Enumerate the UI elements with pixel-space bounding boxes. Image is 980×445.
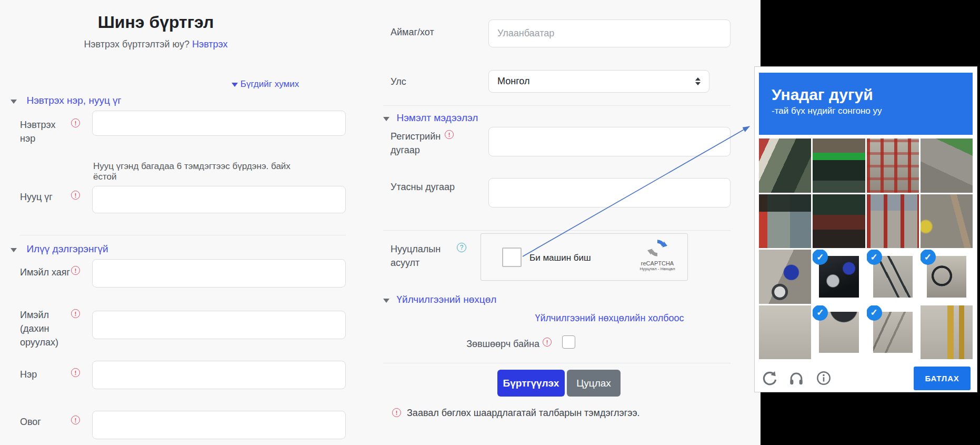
- recaptcha-logo-icon: [647, 238, 667, 258]
- chevron-down-icon: [232, 83, 238, 87]
- tile-check-icon: [867, 250, 882, 265]
- required-icon: [71, 191, 80, 200]
- tile-check-icon: [867, 305, 882, 321]
- lastname-input[interactable]: [92, 411, 346, 439]
- challenge-tile-pavement-poles[interactable]: [921, 305, 973, 360]
- challenge-tile-wall-roof[interactable]: [921, 139, 973, 193]
- city-label: Аймаг/хот: [391, 25, 448, 39]
- section-additional[interactable]: Нэмэлт мэдээлэл: [383, 112, 478, 124]
- collapse-all[interactable]: Бүгдийг хумих: [232, 79, 346, 90]
- challenge-tile-pavement-shadow[interactable]: [867, 305, 919, 360]
- divider: [383, 363, 731, 363]
- required-icon: [71, 416, 80, 424]
- divider: [20, 235, 346, 235]
- username-input[interactable]: [92, 111, 346, 136]
- divider: [383, 230, 731, 231]
- regnum-label: Регистрийн дугаар: [391, 130, 443, 157]
- agree-label: Зөвшөөрч байна: [463, 337, 539, 351]
- chevron-down-icon: [383, 299, 389, 303]
- challenge-title: Унадаг дугуй: [772, 86, 973, 103]
- challenge-tile-shop-sign[interactable]: [813, 139, 865, 193]
- cancel-button[interactable]: Цуцлах: [567, 370, 621, 397]
- password-label: Нууц үг: [20, 190, 71, 204]
- email-input[interactable]: [92, 259, 346, 288]
- login-question: Нэвтрэх бүртгэлтэй юу? Нэвтрэх: [0, 39, 312, 50]
- country-select-value: Монгол: [497, 76, 529, 87]
- firstname-input[interactable]: [92, 361, 346, 389]
- challenge-tile-tricycle-front[interactable]: [759, 194, 811, 249]
- challenge-header: Унадаг дугуй -тай бүх нүдийг сонгоно уу: [759, 73, 973, 135]
- challenge-tile-bicycle-wheel[interactable]: [921, 250, 973, 304]
- password-hint: Нууц үгэнд багадаа 6 тэмдэгтээс бүрдэнэ.…: [93, 161, 314, 182]
- login-question-text: Нэвтрэх бүртгэлтэй юу?: [84, 39, 189, 50]
- challenge-tile-tricycle-canopy[interactable]: [813, 194, 865, 249]
- challenge-subtitle: -тай бүх нүдийг сонгоно уу: [772, 106, 973, 116]
- section-terms-title: Үйлчилгээний нөхцөл: [396, 294, 496, 305]
- required-note: Заавал бөглөх шаардлагатай талбарын тэмд…: [407, 408, 640, 419]
- phone-input[interactable]: [488, 178, 731, 207]
- required-icon: [445, 130, 454, 139]
- challenge-tile-shopfront-awning[interactable]: [759, 139, 811, 193]
- privacy-label: Нууцлалын асуулт: [391, 242, 449, 270]
- firstname-label: Нэр: [20, 368, 71, 381]
- info-icon[interactable]: [816, 370, 832, 386]
- challenge-tile-pavement[interactable]: [759, 305, 811, 360]
- recaptcha-terms[interactable]: Нууцлал - Нөхцөл: [635, 266, 680, 271]
- challenge-tile-red-fence[interactable]: [867, 139, 919, 193]
- username-label: Нэвтрэх нэр: [20, 118, 71, 145]
- country-label: Улс: [391, 75, 448, 88]
- section-credentials-title: Нэвтрэх нэр, нууц үг: [26, 95, 121, 106]
- divider: [383, 105, 731, 106]
- section-terms[interactable]: Үйлчилгээний нөхцөл: [383, 294, 496, 305]
- email-label: Имэйл хаяг: [20, 265, 71, 279]
- challenge-toolbar: БАТЛАХ: [759, 365, 973, 391]
- login-link[interactable]: Нэвтрэх: [192, 39, 228, 50]
- chevron-down-icon: [11, 248, 17, 252]
- city-input[interactable]: [488, 19, 731, 47]
- password-input[interactable]: [92, 186, 346, 213]
- country-select[interactable]: Монгол: [488, 70, 709, 93]
- email-repeat-input[interactable]: [92, 311, 346, 339]
- section-more[interactable]: Илүү дэлгэрэнгүй: [11, 243, 108, 255]
- collapse-all-label[interactable]: Бүгдийг хумих: [241, 79, 299, 89]
- challenge-grid: [759, 139, 973, 359]
- page-title: Шинэ бүртгэл: [0, 13, 312, 32]
- recaptcha-checkbox-label: Би машин биш: [529, 253, 591, 263]
- challenge-tile-bicycle-frame[interactable]: [867, 250, 919, 304]
- phone-label: Утасны дугаар: [391, 180, 459, 194]
- section-additional-title: Нэмэлт мэдээлэл: [396, 112, 478, 123]
- required-icon: [543, 338, 552, 347]
- recaptcha-brand: reCAPTCHA Нууцлал - Нөхцөл: [635, 238, 680, 271]
- tile-check-icon: [921, 250, 936, 265]
- email-repeat-label: Имэйл (дахин оруулах): [20, 308, 72, 349]
- reload-icon[interactable]: [761, 370, 777, 386]
- agree-checkbox[interactable]: [562, 335, 575, 349]
- required-icon: [71, 309, 80, 318]
- audio-challenge-icon[interactable]: [788, 370, 804, 386]
- tile-check-icon: [813, 305, 828, 321]
- recaptcha-challenge: Унадаг дугуй -тай бүх нүдийг сонгоно уу …: [754, 66, 977, 392]
- verify-button[interactable]: БАТЛАХ: [914, 367, 971, 390]
- section-more-title: Илүү дэлгэрэнгүй: [26, 243, 108, 254]
- lastname-label: Овог: [20, 415, 71, 429]
- challenge-tile-motorbike-engine[interactable]: [813, 250, 865, 304]
- challenge-tile-red-railing[interactable]: [867, 194, 919, 249]
- recaptcha-widget: Би машин биш reCAPTCHA Нууцлал - Нөхцөл: [481, 233, 688, 281]
- challenge-tile-wall-poles[interactable]: [921, 194, 973, 249]
- registration-page: Шинэ бүртгэл Нэвтрэх бүртгэлтэй юу? Нэвт…: [0, 0, 980, 445]
- terms-link[interactable]: Үйлчилгээний нөхцөлийн холбоос: [535, 313, 684, 323]
- recaptcha-brand-name: reCAPTCHA: [635, 260, 680, 266]
- regnum-input[interactable]: [488, 127, 731, 156]
- submit-button[interactable]: Бүртгүүлэх: [497, 370, 565, 397]
- chevron-down-icon: [383, 117, 389, 121]
- challenge-tile-pavement-wheel[interactable]: [813, 305, 865, 360]
- recaptcha-checkbox[interactable]: [502, 248, 522, 267]
- required-icon: [71, 266, 80, 275]
- required-icon: [71, 118, 80, 127]
- required-icon: [392, 408, 401, 417]
- challenge-tile-motorbike-wheel[interactable]: [759, 250, 811, 304]
- help-icon[interactable]: [457, 243, 466, 252]
- select-arrows-icon: [695, 77, 701, 85]
- section-credentials[interactable]: Нэвтрэх нэр, нууц үг: [11, 95, 121, 106]
- required-icon: [71, 368, 80, 377]
